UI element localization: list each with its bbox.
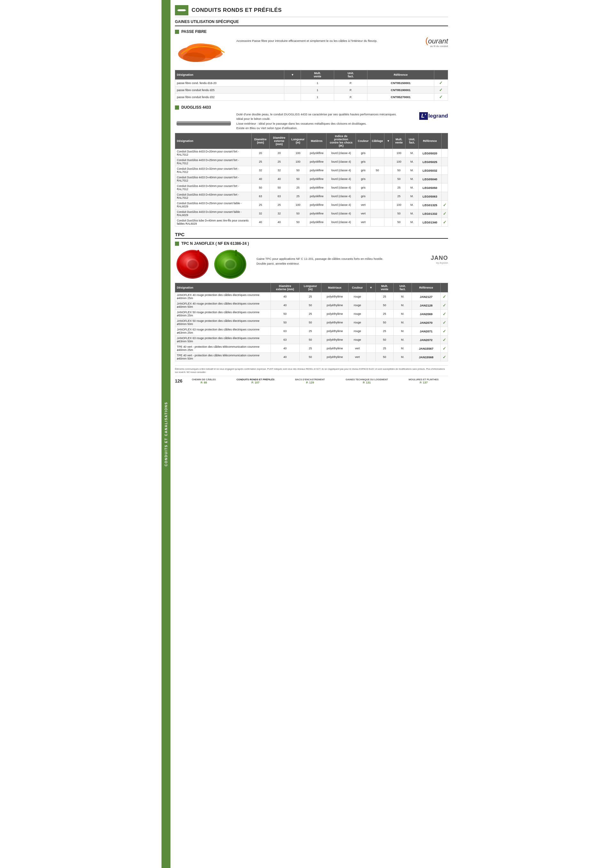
page-number: 126 <box>175 378 182 383</box>
page-header: CONDUITS RONDS ET PRÉFILÉS <box>175 3 448 17</box>
svg-rect-15 <box>197 250 199 256</box>
table-row: TPE 40 vert - protection des câbles télé… <box>175 353 448 361</box>
table-row: Conduit DuoGliss 4433 D=20mm pour couran… <box>175 149 448 158</box>
sidebar-label: CONDUITS ET CANALISATIONS <box>164 402 168 466</box>
table-row: passe fibre conduit fendu d25 1 P. CNT85… <box>175 87 448 94</box>
table-row: Conduit DuoGliss 4433 D=63mm pour couran… <box>175 192 448 201</box>
footer-nav: 126 CHEMIN DE CÂBLES P. 88 CONDUITS ROND… <box>175 376 448 384</box>
passe-fibre-image <box>175 36 233 67</box>
footer-disclaimer: Éléments communiqués à titre indicatif e… <box>175 365 448 374</box>
table-row: passe fibre cond. fendu d16-20 1 P. CNT8… <box>175 79 448 87</box>
svg-point-18 <box>225 260 235 268</box>
table-row: JANOFLEX 40 rouge protection des câbles … <box>175 301 448 310</box>
footer-nav-item: BACS D'ENCASTREMENT P. 129 <box>295 378 325 384</box>
table-row: Conduit DuoGliss 4433 D=40mm pour couran… <box>175 175 448 183</box>
tpc-section: TPC N JANOFLEX ( NF EN 61386-24 ) <box>175 241 448 361</box>
page-title: CONDUITS RONDS ET PRÉFILÉS <box>191 7 282 14</box>
header-icon-box <box>175 5 188 16</box>
table-row: JANOFLEX 50 rouge protection des câbles … <box>175 310 448 318</box>
tpc-images <box>175 248 252 280</box>
passe-fibre-section: PASSE FIBRE <box>175 29 448 101</box>
footer-nav-item: CONDUITS RONDS ET PRÉFILÉS P. 107 <box>236 378 274 384</box>
tpc-desc: Gaine TPC pour applications NF C 11-201,… <box>256 256 427 266</box>
courant-brand: (ourant au fil du conduit <box>425 36 448 48</box>
table-row: passe fibre conduit fendu d32 1 P. CNT85… <box>175 94 448 101</box>
duogliss-image <box>175 112 233 129</box>
svg-rect-2 <box>184 10 186 11</box>
svg-rect-22 <box>235 250 237 256</box>
passe-fibre-desc: Accessoire Passe fibre pour introduire e… <box>236 39 422 42</box>
table-row: Conduit DuoGliss tube D=40mm avec tire-f… <box>175 218 448 226</box>
passe-fibre-title: PASSE FIBRE <box>175 29 448 34</box>
footer-nav-item: GAINES TECHNIQUE DU LOGEMENT P. 131 <box>346 378 388 384</box>
table-row: JANOFLEX 50 rouge protection des câbles … <box>175 318 448 327</box>
tpc-table: Désignation Diamètreexterne (mm) Longueu… <box>175 283 448 361</box>
duogliss-table: Désignation Diamètre(mm) Diamètreexterne… <box>175 133 448 226</box>
page-subtitle: GAINES UTILISATION SPÉCIFIQUE <box>175 19 448 26</box>
table-row: TPE 40 vert - protection des câbles télé… <box>175 344 448 353</box>
table-row: Conduit DuoGliss 4433 D=32mm pour couran… <box>175 209 448 218</box>
jano-brand: JANO by Aryxion <box>431 255 448 264</box>
table-row: Conduit DuoGliss 4433 D=25mm pour couran… <box>175 158 448 166</box>
tpc-title: TPC N JANOFLEX ( NF EN 61386-24 ) <box>175 241 448 246</box>
cable-icon <box>177 7 186 14</box>
tpc-red-coil <box>175 248 210 280</box>
svg-rect-8 <box>177 122 231 122</box>
table-row: Conduit DuoGliss 4433 D=50mm pour couran… <box>175 183 448 192</box>
svg-point-6 <box>183 53 205 62</box>
passe-fibre-table: Désignation ▼ Mult.vente Unit.fact. Réfé… <box>175 70 448 101</box>
table-row: Conduit DuoGliss 4433 D=25mm pour couran… <box>175 201 448 209</box>
legrand-brand: L' legrand <box>419 112 448 120</box>
tpc-heading: TPC <box>175 232 448 239</box>
duogliss-title: DUOGLISS 4433 <box>175 105 448 110</box>
footer-nav-item: CHEMIN DE CÂBLES P. 88 <box>192 378 216 384</box>
table-row: JANOFLEX 40 rouge protection des câbles … <box>175 293 448 301</box>
tpc-green-coil <box>213 248 248 280</box>
svg-point-11 <box>188 260 197 268</box>
duogliss-section: DUOGLISS 4433 <box>175 105 448 226</box>
duogliss-desc: Doté d'une double peau, le conduit DUOGL… <box>236 112 416 130</box>
table-row: JANOFLEX 63 rouge protection des câbles … <box>175 327 448 336</box>
svg-rect-1 <box>177 10 179 11</box>
table-row: Conduit DuoGliss 4433 D=32mm pour couran… <box>175 166 448 175</box>
table-row: JANOFLEX 63 rouge protection des câbles … <box>175 336 448 344</box>
footer-nav-item: MOULURES ET PLINTHES P. 137 <box>409 378 439 384</box>
